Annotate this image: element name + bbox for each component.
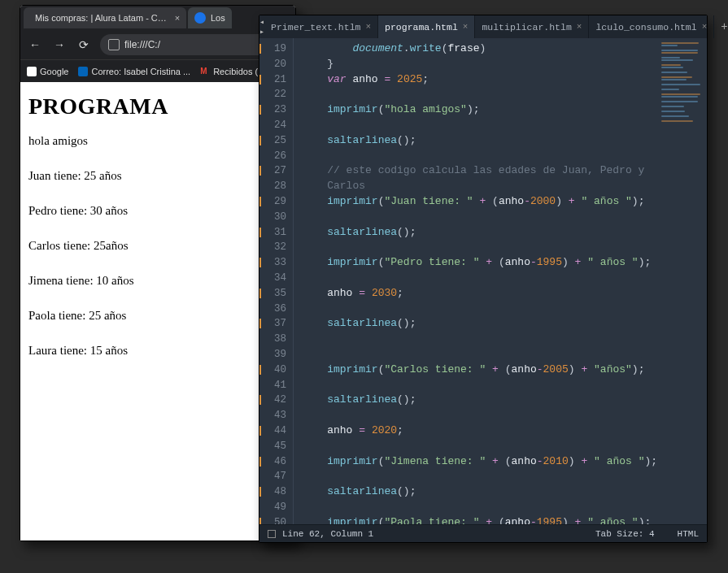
- address-bar: ← → ⟳ file:///C:/: [20, 30, 295, 59]
- outlook-icon: [78, 67, 88, 76]
- page-line: Pedro tiene: 30 años: [28, 204, 287, 218]
- gmail-icon: M: [200, 67, 210, 76]
- file-icon: [108, 39, 120, 50]
- reload-icon[interactable]: ⟳: [76, 38, 92, 51]
- close-icon[interactable]: ×: [577, 22, 582, 32]
- page-title: PROGRAMA: [28, 93, 287, 119]
- minimap[interactable]: [660, 41, 705, 204]
- editor-window: ◂ ▸ Primer_text.htlm × programa.html × m…: [259, 15, 708, 543]
- bookmark-label: Google: [40, 67, 68, 76]
- status-bar: Line 62, Column 1 Tab Size: 4 HTML: [259, 524, 707, 542]
- editor-tab[interactable]: multiplicar.htlm ×: [475, 15, 589, 38]
- browser-tab-title: Los: [211, 13, 225, 23]
- bookmark-item[interactable]: M Recibidos (: [200, 67, 258, 76]
- browser-window: Mis compras: | Alura Latam - C… × Los ← …: [20, 5, 296, 541]
- new-tab-icon[interactable]: +: [721, 20, 727, 33]
- close-icon[interactable]: ×: [702, 22, 708, 32]
- browser-tab[interactable]: Los: [188, 7, 232, 28]
- url-text: file:///C:/: [124, 39, 160, 50]
- editor-tab-title: multiplicar.htlm: [482, 22, 571, 33]
- editor-tab[interactable]: lculo_consumo.html ×: [589, 15, 714, 38]
- editor-tab[interactable]: programa.html ×: [378, 15, 475, 38]
- page-line: Juan tiene: 25 años: [28, 169, 287, 183]
- close-icon[interactable]: ×: [365, 22, 371, 32]
- forward-icon[interactable]: →: [51, 38, 68, 51]
- editor-tabbar: ◂ ▸ Primer_text.htlm × programa.html × m…: [259, 15, 707, 38]
- page-line: Carlos tiene: 25años: [28, 239, 287, 253]
- page-line: hola amigos: [28, 134, 287, 148]
- editor-tab[interactable]: Primer_text.htlm ×: [264, 15, 378, 38]
- page-line: Laura tiene: 15 años: [28, 344, 287, 358]
- editor-tab-title: programa.html: [385, 22, 458, 33]
- page-line: Jimena tiene: 10 años: [28, 274, 287, 288]
- bookmark-label: Recibidos (: [213, 67, 258, 76]
- close-icon[interactable]: ×: [463, 22, 469, 32]
- status-language[interactable]: HTML: [678, 529, 699, 539]
- code-area[interactable]: 1920212223242526272829303132333435363738…: [259, 38, 707, 524]
- code-content[interactable]: document.write(frase) } var anho = 2025;…: [294, 38, 707, 524]
- browser-tab[interactable]: Mis compras: | Alura Latam - C… ×: [24, 7, 186, 28]
- close-icon[interactable]: ×: [175, 13, 180, 23]
- checkbox-icon[interactable]: [268, 530, 276, 538]
- back-icon[interactable]: ←: [27, 38, 43, 51]
- editor-tab-title: Primer_text.htlm: [271, 22, 360, 33]
- status-tabsize[interactable]: Tab Size: 4: [595, 529, 655, 539]
- line-gutter: 1920212223242526272829303132333435363738…: [259, 38, 294, 524]
- browser-tabbar: Mis compras: | Alura Latam - C… × Los: [20, 6, 295, 30]
- favicon-icon: [194, 12, 206, 24]
- bookmark-item[interactable]: Google: [27, 67, 68, 76]
- status-position: Line 62, Column 1: [282, 529, 373, 539]
- google-icon: [27, 67, 37, 76]
- browser-chrome: Mis compras: | Alura Latam - C… × Los ← …: [20, 6, 295, 82]
- browser-tab-title: Mis compras: | Alura Latam - C…: [35, 13, 167, 23]
- page-line: Paola tiene: 25 años: [28, 309, 287, 323]
- bookmark-item[interactable]: Correo: Isabel Cristina ...: [78, 67, 190, 76]
- editor-tab-title: lculo_consumo.html: [595, 22, 696, 33]
- bookmark-label: Correo: Isabel Cristina ...: [91, 67, 190, 76]
- bookmarks-bar: Google Correo: Isabel Cristina ... M Rec…: [20, 59, 295, 82]
- rendered-page: PROGRAMA hola amigos Juan tiene: 25 años…: [20, 82, 295, 540]
